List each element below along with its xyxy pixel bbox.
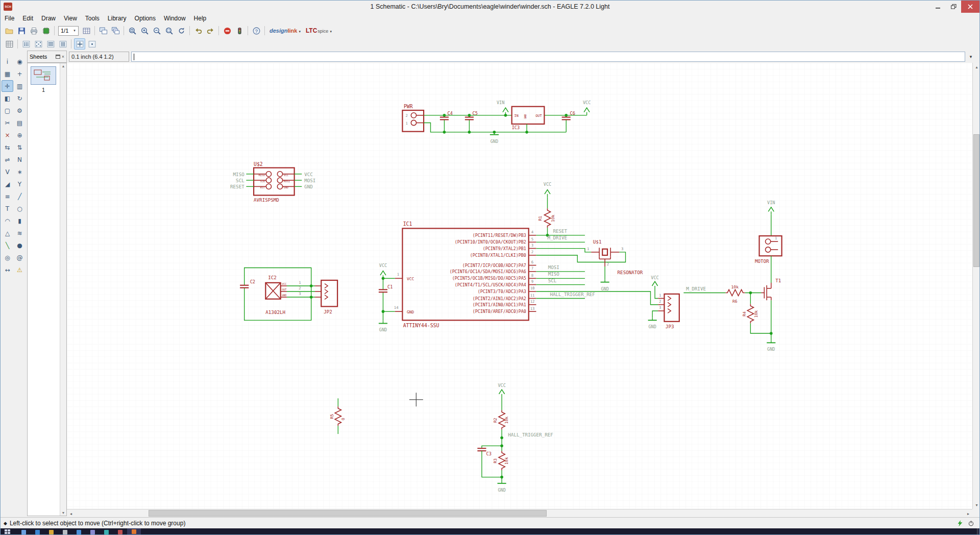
tool-attribute-button[interactable]: @	[14, 252, 26, 263]
undo-button[interactable]	[192, 25, 204, 36]
tool-mark-button[interactable]: +	[14, 68, 26, 80]
scroll-up-arrow-icon[interactable]: ▴	[973, 63, 980, 71]
taskbar-app-1[interactable]	[31, 528, 44, 535]
print-button[interactable]	[28, 25, 39, 36]
taskbar-app-3[interactable]	[58, 528, 72, 535]
minimize-button[interactable]	[930, 1, 946, 13]
close-panel-icon[interactable]: ×	[62, 54, 64, 59]
close-button[interactable]	[961, 1, 979, 13]
schematic-canvas-area[interactable]: PWR21C4C5VININOUTGNDIC3C6VCCGNDU$2MISOSC…	[67, 63, 972, 509]
tool-group-button[interactable]: ▢	[2, 105, 13, 116]
grid-params-button[interactable]	[4, 38, 15, 50]
zoom-fit-button[interactable]	[127, 25, 138, 36]
tool-add-button[interactable]: ⊕	[14, 129, 26, 141]
tool-arc-button[interactable]: ◠	[2, 215, 13, 227]
menu-library[interactable]: Library	[104, 13, 131, 23]
command-input[interactable]	[131, 52, 965, 62]
tool-move-button[interactable]: ✛	[2, 80, 13, 92]
tool-gateswap-button[interactable]: ⇌	[2, 154, 13, 165]
zoom-select-button[interactable]	[163, 25, 175, 36]
tool-label-button[interactable]: ◎	[2, 252, 13, 263]
tool-replace-button[interactable]: ⇅	[14, 141, 26, 153]
tool-pinswap-button[interactable]: ⇆	[2, 141, 13, 153]
tool-delete-button[interactable]: ×	[2, 129, 13, 141]
tool-show-button[interactable]: ◉	[14, 56, 26, 67]
tool-wire-button[interactable]: ╱	[14, 190, 26, 202]
taskbar-app-6[interactable]	[100, 528, 113, 535]
vertical-scroll-thumb[interactable]	[973, 134, 979, 267]
horizontal-scrollbar[interactable]: ◂ ▸	[67, 509, 972, 517]
menu-help[interactable]: Help	[190, 13, 211, 23]
sheet-selector-combo[interactable]: 1/1▾	[58, 26, 79, 36]
schematic-drawing[interactable]: PWR21C4C5VININOUTGNDIC3C6VCCGNDU$2MISOSC…	[67, 63, 972, 509]
tool-circle-button[interactable]: ○	[14, 203, 26, 214]
stop-button[interactable]	[222, 25, 233, 36]
menu-edit[interactable]: Edit	[18, 13, 37, 23]
float-panel-icon[interactable]	[56, 55, 60, 59]
tool-display-button[interactable]: ▦	[2, 68, 13, 80]
tool-smash-button[interactable]: ∗	[14, 166, 26, 178]
tool-value-button[interactable]: V	[2, 166, 13, 178]
scroll-down-arrow-icon[interactable]: ▾	[973, 501, 980, 509]
sheet-table-button[interactable]	[81, 25, 92, 36]
menu-options[interactable]: Options	[131, 13, 160, 23]
scroll-down-icon[interactable]: ▼	[62, 511, 65, 515]
window-cascade-button[interactable]	[110, 25, 121, 36]
tool-change-button[interactable]: ⚙	[14, 105, 26, 116]
menu-draw[interactable]: Draw	[37, 13, 60, 23]
tool-cut-button[interactable]: ✂	[2, 117, 13, 129]
taskbar-app-0[interactable]	[17, 528, 31, 535]
menu-view[interactable]: View	[60, 13, 81, 23]
tool-miter-button[interactable]: ◢	[2, 178, 13, 190]
horizontal-scroll-thumb[interactable]	[149, 510, 547, 517]
tool-net-button[interactable]: ╲	[2, 239, 13, 251]
vertical-scrollbar[interactable]: ▴ ▾	[972, 63, 980, 509]
tool-invoke-button[interactable]: ≡	[2, 190, 13, 202]
show-desktop-button[interactable]	[977, 528, 979, 535]
zoom-out-button[interactable]	[151, 25, 162, 36]
command-history-dropdown[interactable]: ▾	[966, 52, 975, 62]
board-chip-button[interactable]	[40, 25, 52, 36]
taskbar-app-4[interactable]	[72, 528, 86, 535]
tool-copy-button[interactable]: ▥	[14, 80, 26, 92]
scroll-left-icon[interactable]: ◂	[67, 509, 75, 518]
tool-dimension-button[interactable]: ↔	[2, 264, 13, 276]
save-button[interactable]	[16, 25, 27, 36]
power-status-icon[interactable]	[968, 520, 974, 527]
tool-paste-button[interactable]: ▤	[14, 117, 26, 129]
redo-button[interactable]	[205, 25, 216, 36]
start-button[interactable]	[5, 529, 11, 535]
tool-rotate-button[interactable]: ↻	[14, 92, 26, 104]
drc-lightning-icon[interactable]	[957, 520, 964, 527]
tool-erc-button[interactable]: ⚠	[14, 264, 26, 276]
pat-cross-button[interactable]	[74, 38, 85, 50]
tool-junction-button[interactable]: ●	[14, 239, 26, 251]
taskbar-app-5[interactable]	[86, 528, 100, 535]
sheets-scrollbar[interactable]: ▲ ▼	[60, 63, 66, 516]
window-tile-button[interactable]	[97, 25, 109, 36]
maximize-button[interactable]	[946, 1, 961, 13]
zoom-redraw-button[interactable]	[176, 25, 187, 36]
menu-file[interactable]: File	[1, 13, 18, 23]
tool-mirror-button[interactable]: ◧	[2, 92, 13, 104]
tool-polygon-button[interactable]: △	[2, 227, 13, 239]
menu-tools[interactable]: Tools	[81, 13, 104, 23]
open-folder-button[interactable]	[4, 25, 15, 36]
tool-rect-button[interactable]: ▮	[14, 215, 26, 227]
tool-split-button[interactable]: Y	[14, 178, 26, 190]
pat-center-button[interactable]	[86, 38, 97, 50]
traffic-light-button[interactable]	[234, 25, 245, 36]
taskbar-app-7[interactable]	[113, 528, 127, 535]
sheet-number-label[interactable]: 1	[28, 87, 59, 93]
scroll-up-icon[interactable]: ▲	[62, 64, 65, 68]
sheet-thumbnail[interactable]	[31, 66, 56, 85]
tool-bus-button[interactable]: ≋	[14, 227, 26, 239]
pat-corners-button[interactable]	[33, 38, 44, 50]
designlink-menu[interactable]: designlink▾	[270, 28, 301, 34]
tool-text-button[interactable]: T	[2, 203, 13, 214]
menu-window[interactable]: Window	[160, 13, 190, 23]
taskbar-app-2[interactable]	[44, 528, 58, 535]
pat-dots-button[interactable]	[20, 38, 32, 50]
pat-vlines-button[interactable]	[57, 38, 68, 50]
pat-hlines-button[interactable]	[45, 38, 56, 50]
